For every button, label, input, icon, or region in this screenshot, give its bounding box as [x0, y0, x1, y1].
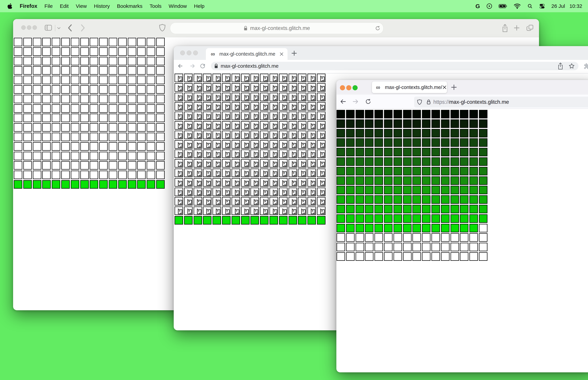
apple-icon[interactable]	[7, 3, 13, 9]
address-bar[interactable]: max-gl-contexts.glitch.me	[211, 62, 578, 70]
close-button[interactable]	[340, 85, 345, 90]
extensions-puzzle-icon[interactable]	[583, 63, 588, 70]
canvas-cell	[52, 152, 60, 160]
canvas-cell	[479, 110, 487, 118]
canvas-cell	[469, 138, 478, 147]
canvas-cell	[52, 85, 60, 94]
canvas-cell	[279, 216, 287, 225]
canvas-cell	[109, 104, 117, 113]
canvas-cell	[147, 133, 155, 141]
broken-image-icon: ×	[273, 124, 277, 129]
reload-icon[interactable]	[375, 25, 380, 31]
canvas-cell	[80, 114, 89, 122]
broken-image-icon: ×	[292, 190, 296, 195]
google-icon[interactable]: G	[475, 3, 480, 10]
broken-image-icon: ×	[206, 95, 211, 100]
reload-icon[interactable]	[365, 98, 371, 105]
menu-item-view[interactable]: View	[76, 3, 87, 9]
canvas-cell	[451, 148, 459, 156]
battery-charging-icon[interactable]	[499, 3, 507, 9]
canvas-cell	[432, 119, 440, 128]
broken-image-icon: ×	[292, 114, 296, 119]
back-icon[interactable]	[340, 98, 347, 105]
menu-item-history[interactable]: History	[94, 3, 110, 9]
canvas-cell	[451, 119, 459, 128]
minimize-button[interactable]	[27, 25, 31, 30]
reload-icon[interactable]	[199, 63, 206, 69]
play-circle-icon[interactable]	[486, 3, 492, 9]
back-icon[interactable]	[68, 24, 72, 32]
address-bar[interactable]: https:// max-gl-contexts.glitch.me	[414, 97, 588, 108]
canvas-cell: ×	[231, 169, 240, 177]
tab-max-gl-contexts[interactable]: ∞ max-gl-contexts.glitch.me	[206, 48, 287, 60]
canvas-cell	[52, 171, 60, 179]
canvas-cell	[14, 171, 22, 179]
canvas-cell	[71, 95, 79, 103]
close-button[interactable]	[21, 25, 26, 30]
tab-overview-icon[interactable]	[526, 24, 534, 32]
canvas-cell: ×	[174, 112, 183, 120]
canvas-cell	[356, 205, 364, 213]
address-bar[interactable]: max-gl-contexts.glitch.me	[170, 22, 383, 34]
back-icon[interactable]	[177, 63, 184, 69]
broken-image-icon: ×	[245, 105, 249, 110]
chevron-down-icon[interactable]	[57, 27, 61, 29]
menu-item-edit[interactable]: Edit	[60, 3, 69, 9]
canvas-cell: ×	[288, 140, 297, 149]
broken-image-icon: ×	[188, 209, 192, 214]
broken-image-icon: ×	[311, 95, 315, 100]
control-center-icon[interactable]	[539, 3, 545, 9]
canvas-cell: ×	[317, 93, 325, 101]
canvas-cell	[432, 167, 440, 175]
wifi-icon[interactable]	[514, 3, 521, 9]
canvas-cell	[90, 66, 98, 75]
close-button[interactable]	[180, 51, 185, 55]
broken-image-icon: ×	[311, 200, 315, 205]
canvas-cell	[156, 95, 165, 103]
broken-image-icon: ×	[216, 143, 220, 148]
tab-max-gl-contexts[interactable]: ∞ max-gl-contexts.glitch.me/	[372, 81, 447, 93]
zoom-button[interactable]	[193, 51, 198, 55]
share-icon[interactable]	[557, 62, 564, 70]
canvas-cell: ×	[174, 131, 183, 139]
privacy-shield-icon[interactable]	[159, 24, 166, 32]
menu-clock[interactable]: 26 Jul 10:32	[551, 3, 582, 9]
forward-icon[interactable]	[80, 24, 85, 32]
canvas-cell	[194, 216, 202, 225]
close-tab-icon[interactable]	[442, 85, 447, 90]
menu-item-window[interactable]: Window	[169, 3, 187, 9]
canvas-cell: ×	[307, 140, 316, 149]
canvas-cell	[52, 57, 60, 65]
minimize-button[interactable]	[187, 51, 191, 55]
new-tab-icon[interactable]	[291, 50, 297, 56]
zoom-button[interactable]	[33, 25, 37, 30]
canvas-cell	[71, 171, 79, 179]
search-icon[interactable]	[527, 3, 533, 9]
canvas-cell	[14, 161, 22, 170]
bookmark-star-icon[interactable]	[568, 63, 575, 69]
canvas-cell	[432, 186, 440, 194]
new-tab-icon[interactable]	[513, 25, 520, 31]
canvas-cell	[375, 129, 383, 137]
menu-item-file[interactable]: File	[44, 3, 53, 9]
active-app-name[interactable]: Firefox	[20, 3, 37, 9]
forward-icon[interactable]	[352, 98, 359, 105]
canvas-cell: ×	[250, 93, 259, 101]
sidebar-icon[interactable]	[45, 24, 52, 31]
canvas-cell: ×	[203, 102, 211, 111]
canvas-cell	[222, 216, 230, 225]
close-tab-icon[interactable]	[279, 52, 284, 56]
canvas-cell	[441, 186, 450, 194]
zoom-button[interactable]	[353, 85, 358, 90]
menu-item-help[interactable]: Help	[194, 3, 205, 9]
menu-item-bookmarks[interactable]: Bookmarks	[117, 3, 142, 9]
new-tab-icon[interactable]	[451, 84, 457, 91]
canvas-cell	[260, 216, 268, 225]
minimize-button[interactable]	[346, 85, 351, 90]
canvas-cell	[384, 186, 393, 194]
canvas-cell: ×	[269, 112, 278, 120]
menu-item-tools[interactable]: Tools	[150, 3, 161, 9]
canvas-cell	[109, 76, 117, 84]
share-icon[interactable]	[501, 24, 509, 33]
forward-icon[interactable]	[189, 63, 196, 69]
